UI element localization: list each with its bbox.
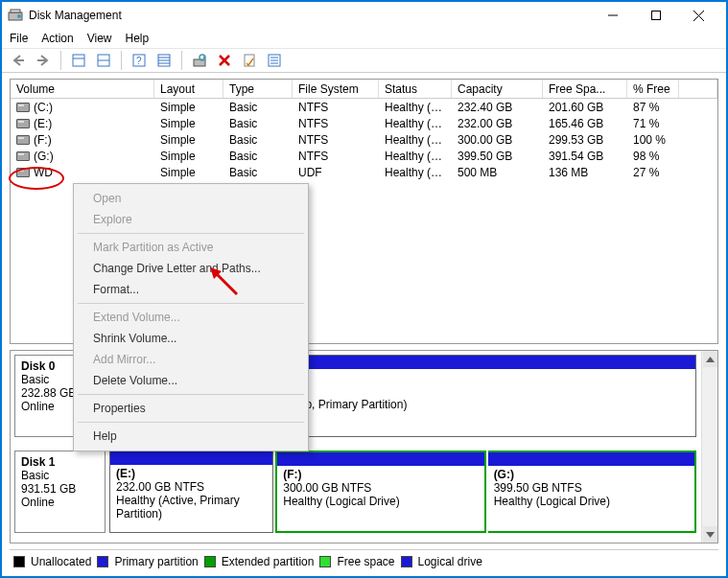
back-button[interactable] — [8, 50, 29, 71]
cell-volume: (E:) — [11, 117, 154, 130]
cell-type: Basic — [223, 101, 293, 114]
swatch-unallocated — [13, 556, 25, 567]
minimize-button[interactable] — [591, 2, 634, 29]
svg-rect-9 — [73, 55, 84, 66]
toolbar-separator — [121, 51, 122, 70]
disk-name: Disk 0 — [21, 359, 55, 373]
scroll-up-icon[interactable] — [703, 351, 717, 367]
swatch-logical — [401, 556, 412, 567]
disk-size: 931.51 GB — [21, 482, 76, 496]
volume-list-header: Volume Layout Type File System Status Ca… — [11, 80, 717, 99]
ctx-delete-volume[interactable]: Delete Volume... — [76, 370, 306, 391]
close-button[interactable] — [677, 2, 720, 29]
ctx-open[interactable]: Open — [76, 188, 306, 209]
disk-name: Disk 1 — [21, 455, 55, 469]
partition-g[interactable]: (G:) 399.50 GB NTFS Healthy (Logical Dri… — [488, 451, 696, 533]
ctx-extend-volume[interactable]: Extend Volume... — [76, 307, 306, 328]
cell-free: 391.54 GB — [543, 150, 627, 163]
col-type[interactable]: Type — [223, 80, 293, 98]
ctx-change-drive-letter[interactable]: Change Drive Letter and Paths... — [76, 258, 306, 279]
refresh-button[interactable] — [189, 50, 210, 71]
partition-name: (E:) — [116, 467, 135, 480]
app-window: Disk Management File Action View Help — [0, 0, 728, 578]
drive-icon — [16, 151, 30, 161]
table-row[interactable]: WDSimpleBasicUDFHealthy (S...500 MB136 M… — [11, 164, 717, 180]
table-row[interactable]: (F:)SimpleBasicNTFSHealthy (L...300.00 G… — [11, 131, 717, 148]
cell-layout: Simple — [154, 101, 223, 114]
toolbar-list-button[interactable] — [264, 50, 285, 71]
toolbar-settings-button[interactable] — [153, 50, 175, 71]
cell-fs: NTFS — [293, 117, 379, 130]
disk-type: Basic — [21, 469, 49, 482]
partition-status: Healthy (Logical Drive) — [283, 495, 399, 508]
table-row[interactable]: (C:)SimpleBasicNTFSHealthy (B...232.40 G… — [11, 99, 717, 115]
ctx-explore[interactable]: Explore — [76, 209, 306, 230]
menu-view[interactable]: View — [87, 32, 112, 45]
menu-action[interactable]: Action — [41, 32, 73, 45]
col-volume[interactable]: Volume — [11, 80, 154, 98]
partition-f[interactable]: (F:) 300.00 GB NTFS Healthy (Logical Dri… — [275, 451, 485, 533]
ctx-add-mirror[interactable]: Add Mirror... — [76, 349, 306, 370]
legend-unallocated: Unallocated — [31, 555, 91, 568]
disk-label-1[interactable]: Disk 1 Basic 931.51 GB Online — [14, 451, 106, 533]
col-extra[interactable] — [679, 80, 717, 98]
swatch-freespace — [319, 556, 331, 567]
maximize-button[interactable] — [634, 2, 677, 29]
cell-percentfree: 87 % — [627, 101, 679, 114]
partition-name: (G:) — [494, 468, 514, 481]
cell-type: Basic — [223, 166, 293, 179]
col-percentfree[interactable]: % Free — [627, 80, 679, 98]
col-freespace[interactable]: Free Spa... — [543, 80, 627, 98]
forward-button[interactable] — [33, 50, 54, 71]
partition-size: 399.50 GB NTFS — [494, 481, 582, 495]
col-status[interactable]: Status — [379, 80, 452, 98]
cell-type: Basic — [223, 150, 293, 163]
help-button[interactable]: ? — [129, 50, 150, 71]
table-row[interactable]: (G:)SimpleBasicNTFSHealthy (L...399.50 G… — [11, 148, 717, 164]
cell-status: Healthy (S... — [379, 166, 452, 179]
window-controls — [591, 2, 720, 29]
menu-help[interactable]: Help — [126, 32, 150, 45]
ctx-mark-active[interactable]: Mark Partition as Active — [76, 237, 306, 258]
partition-status: Healthy (Active, Primary Partition) — [116, 494, 240, 520]
cell-free: 299.53 GB — [543, 133, 627, 147]
menu-file[interactable]: File — [10, 32, 28, 45]
ctx-shrink-volume[interactable]: Shrink Volume... — [76, 328, 306, 349]
drive-icon — [16, 168, 30, 177]
col-layout[interactable]: Layout — [154, 80, 223, 98]
cell-layout: Simple — [154, 117, 223, 130]
ctx-separator — [78, 303, 304, 304]
cell-fs: NTFS — [293, 133, 379, 147]
disk-row-1: Disk 1 Basic 931.51 GB Online (E:) 232.0… — [14, 451, 696, 533]
table-row[interactable]: (E:)SimpleBasicNTFSHealthy (A...232.00 G… — [11, 115, 717, 131]
col-filesystem[interactable]: File System — [293, 80, 379, 98]
partition-e[interactable]: (E:) 232.00 GB NTFS Healthy (Active, Pri… — [109, 451, 273, 533]
swatch-primary — [97, 556, 108, 567]
cell-type: Basic — [223, 133, 293, 147]
scroll-down-icon[interactable] — [703, 526, 717, 543]
titlebar: Disk Management — [2, 2, 726, 29]
cell-free: 165.46 GB — [543, 117, 627, 130]
ctx-separator — [78, 233, 304, 234]
legend-primary: Primary partition — [114, 555, 198, 568]
legend-extended: Extended partition — [222, 555, 315, 568]
ctx-format[interactable]: Format... — [76, 279, 306, 300]
toolbar-separator — [181, 51, 182, 70]
properties-button[interactable] — [239, 50, 260, 71]
col-capacity[interactable]: Capacity — [452, 80, 543, 98]
toolbar-view2-button[interactable] — [93, 50, 114, 71]
cell-percentfree: 27 % — [627, 166, 679, 179]
partition-stripe — [277, 452, 483, 466]
legend: Unallocated Primary partition Extended p… — [10, 549, 718, 572]
app-icon — [8, 8, 23, 23]
cell-layout: Simple — [154, 150, 223, 163]
cell-volume: (G:) — [11, 150, 154, 163]
toolbar-view1-button[interactable] — [68, 50, 89, 71]
drive-icon — [16, 103, 30, 112]
context-menu: Open Explore Mark Partition as Active Ch… — [73, 183, 309, 451]
ctx-help[interactable]: Help — [76, 426, 306, 447]
disk-pane-scrollbar[interactable] — [701, 351, 717, 543]
ctx-properties[interactable]: Properties — [76, 398, 306, 419]
delete-button[interactable] — [214, 50, 235, 71]
cell-status: Healthy (B... — [379, 101, 452, 114]
